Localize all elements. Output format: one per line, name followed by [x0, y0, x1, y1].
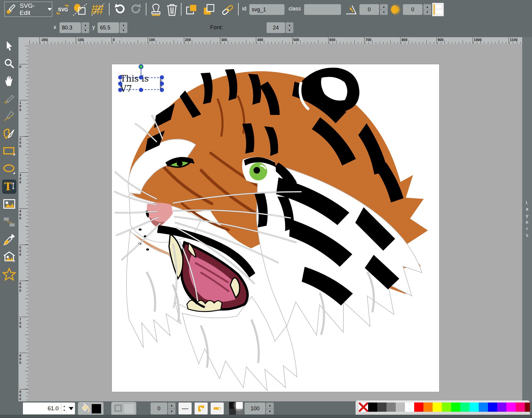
- palette-swatch-#bfbfbf[interactable]: [396, 403, 405, 412]
- vruler-label-600: 600: [19, 281, 28, 292]
- tiger-artwork[interactable]: [112, 64, 439, 392]
- stroke-width-spinner[interactable]: ▲▼: [168, 403, 176, 414]
- palette-swatch-#00ff7f[interactable]: [460, 403, 470, 412]
- id-input[interactable]: [249, 4, 284, 15]
- class-input[interactable]: [304, 4, 341, 15]
- palette-swatch-#ff00ff[interactable]: [506, 403, 516, 412]
- hruler-label--100: -100: [76, 37, 84, 44]
- stroke-style-button[interactable]: —: [179, 403, 192, 414]
- line-tool-button[interactable]: [2, 109, 16, 123]
- zoom-control[interactable]: 61.0 ▲▼: [23, 403, 75, 414]
- hruler-label-300: 300: [220, 37, 227, 44]
- y-spinner[interactable]: ▲▼: [120, 22, 127, 33]
- clone-button[interactable]: [149, 2, 163, 17]
- stroke-width-input[interactable]: [151, 403, 167, 414]
- selection-handle-s[interactable]: [139, 88, 143, 92]
- rotate-handle[interactable]: [139, 64, 143, 69]
- shape-library-button[interactable]: [2, 250, 16, 264]
- toolbar-separator: [109, 3, 109, 15]
- delete-button[interactable]: [165, 2, 179, 17]
- palette-swatch-#ffff00[interactable]: [433, 403, 442, 412]
- palette-swatch-#007fff[interactable]: [479, 403, 488, 412]
- star-tool-button[interactable]: [2, 267, 16, 281]
- palette-swatch-#ff7f00[interactable]: [423, 403, 433, 412]
- selection-handle-ne[interactable]: [160, 75, 164, 79]
- selection-handle-nw[interactable]: [118, 75, 122, 79]
- eyedropper-tool-button[interactable]: [2, 233, 16, 247]
- stroke-style-value: —: [182, 407, 188, 410]
- palette-swatch-#7f7f7f[interactable]: [387, 403, 396, 412]
- pan-tool-button[interactable]: [2, 74, 16, 88]
- linejoin-button[interactable]: [195, 403, 208, 414]
- stroke-color-swatch[interactable]: [124, 404, 134, 414]
- palette-swatch-#3f3f3f[interactable]: [377, 403, 387, 412]
- blur-input[interactable]: [403, 4, 423, 15]
- connector-tool-button[interactable]: [2, 215, 16, 229]
- linecap-button[interactable]: [211, 403, 224, 414]
- layers-panel-toggle[interactable]: Layers: [522, 37, 532, 401]
- hruler-label-1100: 1100: [508, 37, 517, 44]
- svg-canvas[interactable]: This is V7: [112, 64, 439, 392]
- image-properties-button[interactable]: [72, 2, 88, 17]
- hruler-label-0: 0: [112, 37, 115, 44]
- image-tool-button[interactable]: [2, 197, 16, 211]
- source-editor-button[interactable]: SVG: [55, 2, 70, 17]
- palette-swatch-none[interactable]: [359, 403, 368, 412]
- x-input[interactable]: [60, 22, 81, 33]
- palette-swatch-#00ff00[interactable]: [451, 403, 460, 412]
- zoom-tool-button[interactable]: [2, 56, 16, 71]
- stroke-square-icon: [114, 404, 123, 414]
- palette-swatch-#0000ff[interactable]: [488, 403, 497, 412]
- selection-handle-se[interactable]: [160, 88, 164, 92]
- zoom-spinner[interactable]: ▲▼: [61, 405, 67, 412]
- palette-swatch-#7f00ff[interactable]: [497, 403, 506, 412]
- vruler-label-300: 300: [19, 172, 28, 184]
- hruler-label-800: 800: [400, 37, 407, 44]
- move-to-back-button[interactable]: [202, 2, 216, 17]
- y-label: y: [92, 24, 95, 30]
- grid-button[interactable]: [90, 2, 106, 17]
- path-tool-button[interactable]: [2, 127, 16, 141]
- hruler-label-900: 900: [436, 37, 444, 44]
- rotation-input[interactable]: [359, 4, 379, 15]
- blur-spinner[interactable]: ▲▼: [423, 4, 431, 15]
- selection-handle-n[interactable]: [139, 75, 143, 79]
- x-spinner[interactable]: ▲▼: [82, 22, 89, 33]
- ellipse-tool-button[interactable]: [2, 162, 16, 177]
- vruler-label-100: 100: [19, 100, 28, 112]
- main-menu-button[interactable]: SVG-Edit: [4, 1, 52, 17]
- selection-handle-sw[interactable]: [118, 88, 122, 92]
- palette-swatch-#000000[interactable]: [368, 403, 377, 412]
- palette-swatch-#7fff00[interactable]: [442, 403, 451, 412]
- opacity-spinner[interactable]: ▲▼: [266, 403, 274, 414]
- select-tool-button[interactable]: [2, 39, 16, 53]
- palette-swatch-#ff0000[interactable]: [414, 403, 423, 412]
- align-left-button[interactable]: [431, 2, 445, 17]
- palette-swatch-#00ffff[interactable]: [470, 403, 479, 412]
- move-to-front-button[interactable]: [184, 2, 199, 17]
- palette-swatch-#ffffff[interactable]: [405, 403, 414, 412]
- palette-swatch-#ff007f[interactable]: [516, 403, 525, 412]
- svg-text:SVG: SVG: [58, 7, 68, 12]
- selection-handle-e[interactable]: [160, 82, 164, 86]
- palette-swatch-#7f0000[interactable]: [525, 403, 530, 412]
- redo-button[interactable]: [129, 2, 143, 17]
- rectangle-tool-button[interactable]: [2, 144, 16, 159]
- text-tool-button[interactable]: T: [2, 180, 16, 194]
- blur-icon: [389, 2, 402, 17]
- main-toolbar: SVG-Edit SVG: [0, 0, 532, 18]
- pencil-tool-button[interactable]: [2, 91, 16, 106]
- fill-color-swatch[interactable]: [92, 404, 101, 414]
- y-input[interactable]: [98, 22, 119, 33]
- rotation-icon: [345, 2, 358, 17]
- selection-handle-w[interactable]: [118, 82, 122, 86]
- make-link-button[interactable]: [220, 2, 236, 17]
- hruler-label-200: 200: [184, 37, 191, 44]
- opacity-input[interactable]: [245, 403, 265, 414]
- zoom-dropdown-button[interactable]: [67, 407, 75, 410]
- undo-button[interactable]: [112, 2, 127, 17]
- rotation-spinner[interactable]: ▲▼: [380, 4, 388, 15]
- font-size-spinner[interactable]: ▲▼: [286, 22, 293, 33]
- work-area[interactable]: This is V7: [28, 44, 522, 401]
- font-size-input[interactable]: [267, 22, 285, 33]
